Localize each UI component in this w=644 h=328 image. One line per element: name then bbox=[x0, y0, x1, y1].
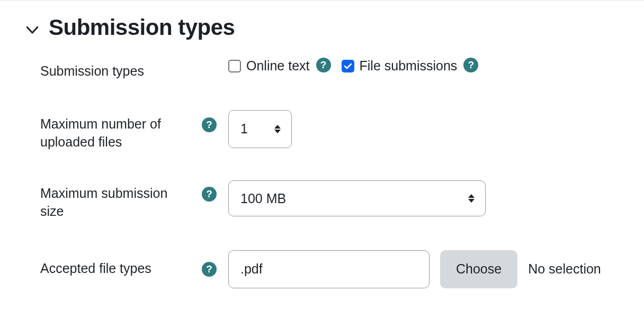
max-size-select[interactable]: 100 MB bbox=[228, 180, 486, 216]
file-submissions-group: File submissions ? bbox=[342, 58, 482, 74]
section-header: Submission types bbox=[25, 15, 619, 40]
help-icon[interactable]: ? bbox=[463, 58, 478, 72]
accepted-types-status: No selection bbox=[528, 261, 601, 277]
field-label: Maximum submission size bbox=[40, 185, 183, 221]
control-col: Online text ? File submissions ? bbox=[228, 58, 481, 74]
control-col: 100 MB bbox=[228, 180, 486, 216]
row-max-files: Maximum number of uploaded files ? 1 bbox=[25, 110, 619, 151]
chevron-down-icon[interactable] bbox=[25, 23, 39, 37]
label-col: Maximum number of uploaded files ? bbox=[40, 110, 228, 151]
help-icon[interactable]: ? bbox=[202, 117, 217, 132]
control-col: 1 bbox=[228, 110, 292, 148]
max-files-select[interactable]: 1 bbox=[228, 110, 292, 148]
online-text-group: Online text ? bbox=[228, 58, 334, 74]
label-col: Maximum submission size ? bbox=[40, 180, 228, 221]
select-value: 100 MB bbox=[240, 191, 286, 206]
field-label: Submission types bbox=[40, 62, 144, 80]
row-submission-types: Submission types Online text ? File subm… bbox=[25, 59, 619, 80]
row-max-size: Maximum submission size ? 100 MB bbox=[25, 180, 619, 221]
choose-button[interactable]: Choose bbox=[440, 250, 517, 288]
file-submissions-checkbox[interactable] bbox=[342, 60, 354, 72]
field-label: Maximum number of uploaded files bbox=[40, 115, 183, 151]
online-text-label[interactable]: Online text bbox=[246, 58, 310, 74]
help-icon[interactable]: ? bbox=[316, 58, 331, 72]
field-label: Accepted file types bbox=[40, 260, 151, 278]
select-value: 1 bbox=[240, 121, 248, 136]
submission-types-section: Submission types Submission types Online… bbox=[0, 0, 644, 309]
online-text-checkbox[interactable] bbox=[228, 60, 241, 72]
sort-icon bbox=[468, 194, 475, 203]
accepted-types-input[interactable] bbox=[228, 250, 430, 288]
row-accepted-types: Accepted file types ? Choose No selectio… bbox=[25, 250, 619, 288]
top-divider bbox=[0, 0, 644, 1]
label-col: Accepted file types ? bbox=[40, 250, 228, 278]
sort-icon bbox=[274, 125, 281, 133]
help-icon[interactable]: ? bbox=[202, 262, 217, 277]
file-submissions-label[interactable]: File submissions bbox=[360, 58, 458, 74]
label-col: Submission types bbox=[40, 59, 228, 80]
section-title: Submission types bbox=[49, 15, 235, 40]
control-col: Choose No selection bbox=[228, 250, 601, 288]
help-icon[interactable]: ? bbox=[202, 187, 217, 202]
